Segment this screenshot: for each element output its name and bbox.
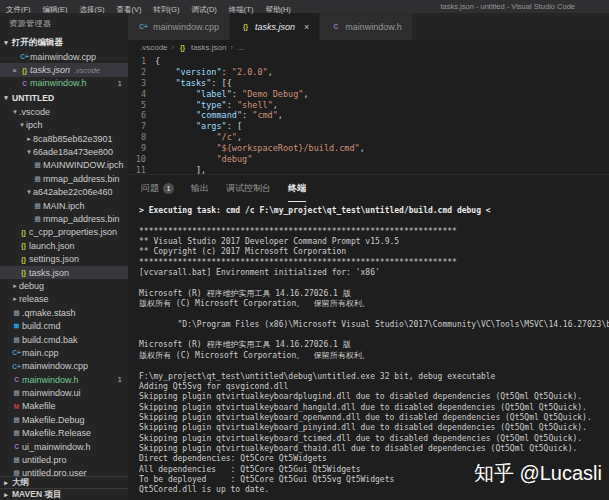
chevron-down-icon: ▾: [18, 121, 26, 129]
terminal-line: Adding Qt5Svg for qsvgicond.dll: [139, 382, 609, 392]
terminal-line: Skipping plugin qtvirtualkeyboard_thaid.…: [139, 444, 609, 454]
tree-item[interactable]: ▤mmap_address.bin: [0, 212, 128, 225]
tree-item[interactable]: ▤mmap_address.bin: [0, 172, 128, 185]
panel-tab-终端[interactable]: 终端: [288, 175, 306, 202]
line-number: 4: [128, 89, 155, 100]
file-name: release: [19, 294, 49, 304]
editor-tab[interactable]: {}tasks.json×: [230, 13, 320, 40]
close-icon[interactable]: ×: [304, 22, 309, 32]
menu-item[interactable]: 终端(T): [223, 5, 260, 14]
code-text: "debug": [155, 154, 252, 165]
cpp-file-icon: C+: [11, 349, 22, 356]
breadcrumb-item[interactable]: .vscode: [140, 43, 168, 52]
sidebar-section-MAVEN 项目[interactable]: ▸MAVEN 项目: [0, 488, 128, 500]
code-text: "label": "Demo Debug",: [155, 89, 309, 100]
tree-item[interactable]: {}settings.json: [0, 252, 128, 265]
file-name: .qmake.stash: [22, 308, 76, 318]
tree-item[interactable]: ▤untitled.pro: [0, 453, 128, 466]
code-text: "args": [: [155, 121, 242, 132]
file-file-icon: ▤: [32, 175, 43, 183]
tree-item[interactable]: ▤Makefile.Debug: [0, 413, 128, 426]
line-number: 10: [128, 154, 155, 165]
open-editors-section-header[interactable]: ▾ 打开的编辑器: [0, 35, 128, 50]
tree-item[interactable]: ▸release: [0, 293, 128, 306]
tree-item[interactable]: ▸8ca8b85eb62e3901: [0, 132, 128, 145]
tab-label: mainwindow.h: [345, 22, 402, 32]
terminal-output[interactable]: > Executing task: cmd /c F:\my_project\q…: [128, 202, 609, 500]
tree-item[interactable]: {}c_cpp_properties.json: [0, 226, 128, 239]
tree-item[interactable]: ▸debug: [0, 279, 128, 292]
tree-item[interactable]: {}tasks.json: [0, 266, 128, 279]
code-line: 10 "debug": [128, 154, 609, 165]
chevron-right-icon: ▸: [25, 135, 33, 143]
code-line: 1{: [128, 56, 609, 67]
terminal-line: Skipping plugin qtvirtualkeyboard_pinyin…: [139, 423, 609, 433]
file-name: ui_mainwindow.h: [22, 442, 91, 452]
tree-item[interactable]: MMakefile: [0, 400, 128, 413]
tree-item[interactable]: ▾66ade18a473ee800: [0, 145, 128, 158]
tree-item[interactable]: C+mainwindow.cpp: [0, 360, 128, 373]
terminal-line: 版权所有 (C) Microsoft Corporation。 保留所有权利。: [139, 299, 609, 309]
breadcrumb-item[interactable]: tasks.json: [191, 43, 227, 52]
code-text: ],: [155, 165, 206, 174]
file-name: mainwindow.ui: [22, 388, 81, 398]
tree-item[interactable]: ▤MAINWINDOW.ipch: [0, 159, 128, 172]
file-file-icon: ▤: [32, 161, 43, 169]
tab-label: mainwindow.cpp: [153, 22, 219, 32]
code-editor[interactable]: 1{2 "version": "2.0.0",3 "tasks": [{4 "l…: [128, 54, 609, 174]
terminal-line: Skipping plugin qtvirtualkeyboard_hangul…: [139, 403, 609, 413]
open-editor-item[interactable]: Cmainwindow.h1: [0, 77, 128, 90]
cpp-file-icon: C+: [19, 53, 30, 60]
tree-item[interactable]: ▾ipch: [0, 119, 128, 132]
panel-tab-调试控制台[interactable]: 调试控制台: [226, 175, 271, 202]
file-name: ipch: [26, 120, 43, 130]
zhihu-watermark: 知乎 @Lucasli: [474, 460, 602, 487]
tree-item[interactable]: ▤mainwindow.ui: [0, 386, 128, 399]
tree-item[interactable]: C+main.cpp: [0, 346, 128, 359]
tree-item[interactable]: ▤build.cmd.bak: [0, 333, 128, 346]
menu-item[interactable]: 帮助(H): [259, 5, 296, 14]
tree-item[interactable]: Cmainwindow.h1: [0, 373, 128, 386]
open-editor-item[interactable]: ×{}tasks.json.vscode: [0, 63, 128, 76]
section-label: MAVEN 项目: [12, 489, 61, 500]
tree-item[interactable]: ▤Makefile.Release: [0, 427, 128, 440]
code-line: 7 "args": [: [128, 121, 609, 132]
breadcrumb-item[interactable]: …: [237, 43, 245, 52]
tree-item[interactable]: Cui_mainwindow.h: [0, 440, 128, 453]
make-file-icon: M: [11, 403, 22, 410]
code-text: "tasks": [{: [155, 78, 232, 89]
terminal-line: ** Visual Studio 2017 Developer Command …: [139, 237, 609, 247]
menu-item[interactable]: 转到(G): [148, 5, 186, 14]
project-section-header[interactable]: ▾ UNTITLED: [0, 90, 128, 105]
panel-tab-输出[interactable]: 输出: [191, 175, 209, 202]
terminal-line: Microsoft (R) 程序维护实用工具 14.16.27026.1 版: [139, 340, 609, 350]
line-number: 6: [128, 110, 155, 121]
breadcrumb[interactable]: .vscode›{}tasks.json›…: [128, 40, 609, 54]
h-file-icon: C: [11, 376, 22, 383]
terminal-line: "D:\Program Files (x86)\Microsoft Visual…: [139, 320, 609, 330]
file-name: debug: [19, 281, 44, 291]
tree-item[interactable]: ▤MAIN.ipch: [0, 199, 128, 212]
line-number: 5: [128, 100, 155, 111]
workbench: 资源管理器 ▾ 打开的编辑器 C+mainwindow.cpp×{}tasks.…: [0, 13, 609, 500]
panel-tab-问题[interactable]: 问题1: [141, 175, 174, 202]
tree-item[interactable]: ⊞build.cmd: [0, 319, 128, 332]
tree-item[interactable]: ▾.vscode: [0, 105, 128, 118]
open-editor-item[interactable]: C+mainwindow.cpp: [0, 50, 128, 63]
editor-tab[interactable]: Cmainwindow.h: [320, 13, 413, 40]
code-text: "type": "shell",: [155, 100, 278, 111]
tree-item[interactable]: ▾a642abe22c06e460: [0, 186, 128, 199]
tab-label: tasks.json: [255, 22, 295, 32]
tree-item[interactable]: ▤.qmake.stash: [0, 306, 128, 319]
sidebar-section-大纲[interactable]: ▸大纲: [0, 476, 128, 488]
terminal-line: F:\my_project\qt_test\untitled\debug\unt…: [139, 372, 609, 382]
win-file-icon: ⊞: [11, 322, 22, 330]
close-icon[interactable]: ×: [10, 66, 19, 75]
code-text: "version": "2.0.0",: [155, 67, 273, 78]
tree-item[interactable]: {}launch.json: [0, 239, 128, 252]
editor-tab[interactable]: C+mainwindow.cpp: [128, 13, 230, 40]
terminal-line: ****************************************…: [139, 227, 609, 237]
menu-item[interactable]: 调试(D): [185, 5, 222, 14]
editor-area: C+mainwindow.cpp{}tasks.json×Cmainwindow…: [128, 13, 609, 500]
bottom-panel: 问题1输出调试控制台终端 > Executing task: cmd /c F:…: [128, 174, 609, 500]
